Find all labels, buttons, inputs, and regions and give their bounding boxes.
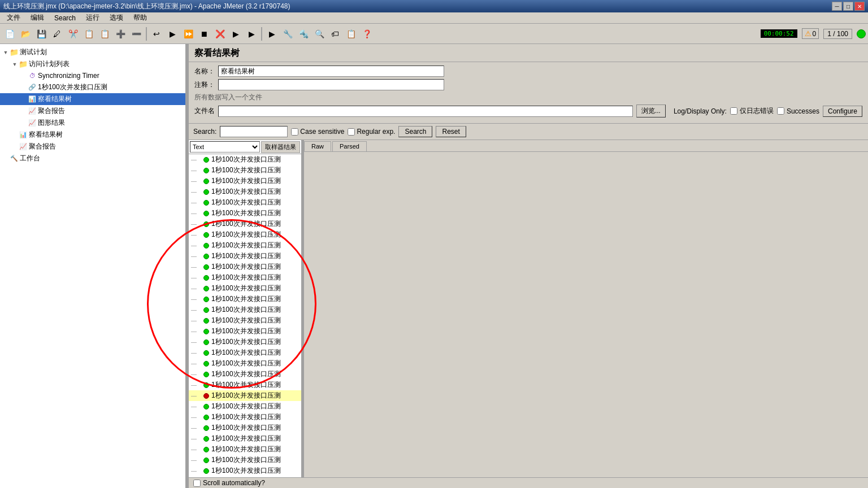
- list-item[interactable]: — 1秒100次并发接口压测: [189, 444, 301, 455]
- tab-parsed[interactable]: Parsed: [332, 141, 367, 151]
- toolbar-btn-22[interactable]: ❓: [359, 27, 374, 41]
- toolbar-btn-1[interactable]: 📂: [18, 27, 33, 41]
- list-item[interactable]: — 1秒100次并发接口压测: [189, 358, 301, 369]
- toolbar-btn-7[interactable]: ➕: [113, 27, 128, 41]
- list-item[interactable]: — 1秒100次并发接口压测: [189, 337, 301, 347]
- list-item[interactable]: — 1秒100次并发接口压测: [189, 455, 301, 465]
- list-item[interactable]: — 1秒100次并发接口压测: [189, 219, 301, 229]
- status-dot: [203, 178, 209, 184]
- name-input[interactable]: [218, 66, 444, 77]
- case-sensitive-checkbox[interactable]: Case sensitive: [291, 128, 344, 136]
- tree-item-sync-timer[interactable]: ⏱ Synchronizing Timer: [0, 70, 185, 81]
- tree-item-visit-list[interactable]: ▼ 📁 访问计划列表: [0, 58, 185, 70]
- configure-button[interactable]: Configure: [823, 106, 862, 117]
- reset-button[interactable]: Reset: [436, 126, 466, 137]
- item-label: 1秒100次并发接口压测: [211, 155, 281, 164]
- toolbar-btn-8[interactable]: ➖: [129, 27, 144, 41]
- toolbar-btn-10[interactable]: ▶: [165, 27, 180, 41]
- list-item[interactable]: — 1秒100次并发接口压测: [189, 294, 301, 304]
- tree-item-agg-report1[interactable]: 📈 聚合报告: [0, 105, 185, 117]
- toolbar-btn-0[interactable]: 📄: [2, 27, 17, 41]
- maximize-button[interactable]: □: [843, 2, 853, 11]
- list-item[interactable]: — 1秒100次并发接口压测: [189, 347, 301, 358]
- list-item[interactable]: — 1秒100次并发接口压测: [189, 422, 301, 433]
- toolbar-btn-9[interactable]: ↩: [149, 27, 164, 41]
- close-button[interactable]: ✕: [854, 2, 865, 11]
- tree-toggle[interactable]: ▼: [11, 61, 18, 68]
- errors-only-checkbox[interactable]: 仅日志错误: [730, 106, 774, 116]
- list-item[interactable]: — 1秒100次并发接口压测: [189, 262, 301, 272]
- toolbar-btn-2[interactable]: 💾: [34, 27, 49, 41]
- tree-item-graph-result[interactable]: 📈 图形结果: [0, 117, 185, 129]
- list-item[interactable]: — 1秒100次并发接口压测: [189, 283, 301, 294]
- toolbar-btn-18[interactable]: 🔩: [296, 27, 311, 41]
- minimize-button[interactable]: ─: [832, 2, 842, 11]
- list-item[interactable]: — 1秒100次并发接口压测: [189, 176, 301, 186]
- toolbar-btn-12[interactable]: ⏹: [197, 27, 211, 41]
- status-dot: [203, 168, 209, 173]
- results-list[interactable]: — 1秒100次并发接口压测 — 1秒100次并发接口压测 — 1秒100次并发…: [189, 154, 301, 477]
- tree-item-view-tree2[interactable]: 📊 察看结果树: [0, 129, 185, 141]
- toolbar-btn-16[interactable]: ▶: [264, 27, 279, 41]
- tree-item-view-tree[interactable]: 📊 察看结果树: [0, 93, 185, 105]
- list-item[interactable]: — 1秒100次并发接口压测: [189, 186, 301, 197]
- toolbar-btn-5[interactable]: 📋: [81, 27, 96, 41]
- list-item[interactable]: — 1秒100次并发接口压测: [189, 197, 301, 208]
- toolbar-btn-19[interactable]: 🔍: [312, 27, 327, 41]
- toolbar-btn-20[interactable]: 🏷: [328, 27, 342, 41]
- toolbar-btn-15[interactable]: ▶: [244, 27, 259, 41]
- list-item[interactable]: — 1秒100次并发接口压测: [189, 401, 301, 412]
- list-item[interactable]: — 1秒100次并发接口压测: [189, 380, 301, 390]
- toolbar-btn-17[interactable]: 🔧: [280, 27, 295, 41]
- list-item[interactable]: — 1秒100次并发接口压测: [189, 390, 301, 401]
- list-item[interactable]: — 1秒100次并发接口压测: [189, 369, 301, 380]
- list-item[interactable]: — 1秒100次并发接口压测: [189, 326, 301, 337]
- tree-item-agg-report2[interactable]: 📈 聚合报告: [0, 141, 185, 152]
- tree-item-sampler-100[interactable]: 🔗 1秒100次并发接口压测: [0, 81, 185, 93]
- list-item[interactable]: — 1秒100次并发接口压测: [189, 240, 301, 251]
- sampler-results-tab[interactable]: 取样器结果: [261, 141, 300, 153]
- list-item[interactable]: — 1秒100次并发接口压测: [189, 165, 301, 176]
- toolbar-btn-11[interactable]: ⏩: [181, 27, 196, 41]
- menu-item-编辑[interactable]: 编辑: [26, 12, 49, 24]
- toolbar-btn-3[interactable]: 🖊: [50, 27, 64, 41]
- tree-toggle[interactable]: ▼: [2, 49, 9, 56]
- list-item[interactable]: — 1秒100次并发接口压测: [189, 412, 301, 422]
- toolbar-btn-4[interactable]: ✂️: [66, 27, 80, 41]
- toolbar-btn-6[interactable]: 📋: [97, 27, 112, 41]
- view-dropdown[interactable]: Text: [190, 141, 260, 152]
- list-item[interactable]: — 1秒100次并发接口压测: [189, 304, 301, 315]
- list-item[interactable]: — 1秒100次并发接口压测: [189, 251, 301, 262]
- browse-button[interactable]: 浏览...: [636, 104, 666, 117]
- scroll-automatically-checkbox[interactable]: Scroll automatically?: [193, 479, 265, 487]
- detail-tabs: Raw Parsed: [304, 140, 868, 152]
- tab-raw[interactable]: Raw: [304, 141, 331, 151]
- status-dot: [203, 447, 209, 452]
- list-item[interactable]: — 1秒100次并发接口压测: [189, 465, 301, 476]
- menu-item-文件[interactable]: 文件: [2, 12, 25, 24]
- tree-item-workbench[interactable]: 🔨 工作台: [0, 152, 185, 164]
- list-item[interactable]: — 1秒100次并发接口压测: [189, 229, 301, 240]
- list-item[interactable]: — 1秒100次并发接口压测: [189, 272, 301, 283]
- tree-item-test-plan[interactable]: ▼ 📁 测试计划: [0, 46, 185, 58]
- list-item[interactable]: — 1秒100次并发接口压测: [189, 208, 301, 219]
- menu-item-运行[interactable]: 运行: [81, 12, 104, 24]
- search-input[interactable]: [220, 126, 288, 137]
- list-item[interactable]: — 1秒100次并发接口压测: [189, 154, 301, 165]
- menu-item-Search[interactable]: Search: [50, 13, 80, 23]
- list-item[interactable]: — 1秒100次并发接口压测: [189, 433, 301, 444]
- toolbar-separator: [146, 27, 147, 41]
- item-label: 1秒100次并发接口压测: [211, 412, 281, 422]
- list-item[interactable]: — 1秒100次并发接口压测: [189, 315, 301, 326]
- filename-input[interactable]: [218, 106, 633, 117]
- toolbar-btn-13[interactable]: ❌: [212, 27, 227, 41]
- regular-exp-checkbox[interactable]: Regular exp.: [348, 128, 395, 136]
- toolbar-btn-14[interactable]: ▶: [228, 27, 243, 41]
- successes-checkbox[interactable]: Successes: [777, 107, 819, 115]
- menu-item-帮助[interactable]: 帮助: [129, 12, 151, 24]
- comment-input[interactable]: [218, 79, 444, 90]
- search-button[interactable]: Search: [398, 126, 432, 137]
- item-label: 1秒100次并发接口压测: [211, 337, 281, 347]
- toolbar-btn-21[interactable]: 📋: [344, 27, 358, 41]
- menu-item-选项[interactable]: 选项: [105, 12, 128, 24]
